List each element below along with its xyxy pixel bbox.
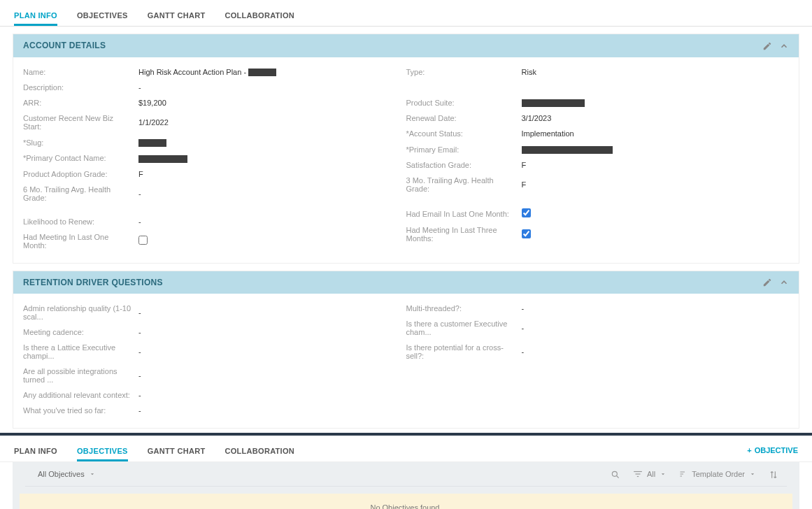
label-description: Description: [23,83,138,92]
redacted-text [138,139,166,147]
value-health3: F [522,180,527,189]
tab-plan-info[interactable]: PLAN INFO [14,7,57,26]
tab2-gantt[interactable]: GANTT CHART [148,443,206,461]
sort-icon [679,470,688,478]
add-objective-button[interactable]: + OBJECTIVE [747,443,798,461]
tabs-bottom: PLAN INFO OBJECTIVES GANTT CHART COLLABO… [14,443,294,461]
value-admin-quality: - [138,308,141,317]
panel-header-retention: RETENTION DRIVER QUESTIONS [13,271,799,294]
value-exec-champ: - [522,324,525,332]
value-cross-sell: - [522,347,525,356]
label-renewal-date: Renewal Date: [406,114,522,122]
label-multithread: Multi-threaded?: [406,304,522,313]
value-renewal-date: 3/1/2023 [522,114,552,122]
tab2-plan-info[interactable]: PLAN INFO [14,443,57,461]
svg-rect-1 [634,471,642,472]
label-integrations: Are all possible integrations turned ... [23,367,138,384]
value-multithread: - [522,304,525,313]
label-primary-contact: *Primary Contact Name: [23,154,138,162]
svg-point-0 [612,471,617,476]
value-primary-email [522,145,613,154]
label-name: Name: [23,68,138,76]
tab-collaboration[interactable]: COLLABORATION [225,7,294,26]
value-primary-contact [138,154,187,163]
panel-header-account-details: ACCOUNT DETAILS [13,34,799,57]
value-name: High Risk Account Action Plan - [138,68,276,77]
label-health3: 3 Mo. Trailing Avg. Health Grade: [406,176,522,193]
label-context: Any additional relevant context: [23,391,138,399]
tab2-objectives[interactable]: OBJECTIVES [77,443,128,461]
redacted-text [522,99,585,107]
chevron-down-icon [660,471,667,478]
value-adoption: F [138,170,143,178]
redacted-text [248,69,276,76]
filters-bar: All Objectives All Template Order [25,462,787,487]
value-satisfaction: F [522,161,527,169]
checkbox-meeting-1mo[interactable] [138,236,148,245]
value-integrations: - [138,371,141,380]
checkbox-email-1mo[interactable] [522,208,531,217]
order-dropdown[interactable]: Template Order [679,470,756,478]
value-cadence: - [138,328,141,336]
svg-rect-3 [637,476,639,477]
plus-icon: + [747,446,751,454]
value-lattice-champ: - [138,347,141,356]
label-account-status: *Account Status: [406,129,522,138]
label-meeting3: Had Meeting In Last Three Months: [406,226,522,243]
tabs-top: PLAN INFO OBJECTIVES GANTT CHART COLLABO… [0,7,812,27]
value-slug [138,138,166,147]
value-product-suite [522,99,585,108]
label-satisfaction: Satisfaction Grade: [406,161,522,169]
chevron-down-icon [89,471,96,478]
checkbox-meeting-3mo[interactable] [522,229,531,238]
value-health6: - [138,189,141,198]
label-cadence: Meeting cadence: [23,328,138,336]
empty-state: No Objectives found. [20,494,792,509]
label-product-suite: Product Suite: [406,99,522,107]
label-arr: ARR: [23,99,138,107]
label-admin-quality: Admin relationship quality (1-10 scal... [23,304,138,321]
value-context: - [138,391,141,399]
svg-rect-2 [635,474,640,475]
value-renew-likelihood: - [138,217,141,226]
filter-all-dropdown[interactable]: All [633,470,667,478]
label-primary-email: *Primary Email: [406,145,522,154]
edit-icon[interactable] [762,41,772,51]
label-slug: *Slug: [23,138,138,147]
chevron-down-icon [749,471,756,478]
value-description: - [138,83,141,92]
label-renew-likelihood: Likelihood to Renew: [23,217,138,226]
search-icon[interactable] [611,469,620,480]
value-newbiz: 1/1/2022 [138,118,169,127]
label-had-email: Had Email In Last One Month: [406,210,522,218]
tab-gantt[interactable]: GANTT CHART [148,7,206,26]
panel-account-details: ACCOUNT DETAILS Name: High Risk Account … [13,34,799,264]
redacted-text [522,146,613,154]
panel-title: RETENTION DRIVER QUESTIONS [23,278,163,287]
panel-retention: RETENTION DRIVER QUESTIONS Admin relatio… [13,271,799,429]
label-newbiz: Customer Recent New Biz Start: [23,114,138,131]
label-type: Type: [406,68,522,76]
collapse-icon[interactable] [779,41,789,51]
value-type: Risk [522,68,536,76]
panel-title: ACCOUNT DETAILS [23,41,106,50]
value-tried: - [138,406,141,415]
tab-objectives[interactable]: OBJECTIVES [77,7,128,26]
filter-icon [633,471,643,478]
label-lattice-champ: Is there a Lattice Executive champi... [23,343,138,360]
collapse-icon[interactable] [779,278,789,288]
sort-direction-icon[interactable] [769,469,778,480]
label-adoption: Product Adoption Grade: [23,170,138,178]
edit-icon[interactable] [762,278,772,288]
label-meeting1: Had Meeting In Last One Month: [23,233,138,250]
redacted-text [138,155,187,163]
value-account-status: Implementation [522,129,574,138]
label-exec-champ: Is there a customer Executive cham... [406,320,522,336]
tab2-collaboration[interactable]: COLLABORATION [225,443,294,461]
label-health6: 6 Mo. Trailing Avg. Health Grade: [23,185,138,202]
scope-dropdown[interactable]: All Objectives [34,468,100,480]
label-tried: What you've tried so far: [23,406,138,415]
value-arr: $19,200 [138,99,166,107]
label-cross-sell: Is there potential for a cross-sell?: [406,343,522,360]
